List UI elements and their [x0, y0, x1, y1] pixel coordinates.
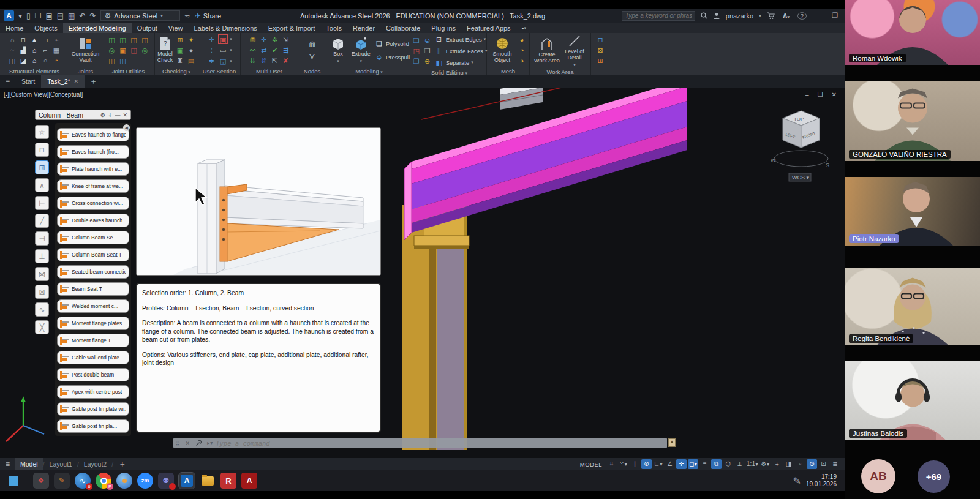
qat-customize-icon[interactable]: ≂ — [184, 12, 190, 20]
clash-check-icon[interactable]: ⊞ — [175, 35, 185, 45]
command-customize-icon[interactable] — [195, 440, 202, 446]
interfere-icon[interactable]: ❐ — [423, 46, 432, 56]
connection-vault-button[interactable]: Connection Vault — [71, 37, 100, 64]
mesh-crease-icon[interactable]: ◔ — [517, 45, 527, 55]
model-space-label[interactable]: MODEL — [580, 461, 602, 468]
category-base-plate-icon[interactable]: ⊣ — [35, 231, 49, 246]
taskbar-app-zoom[interactable]: zm — [137, 473, 153, 489]
section-slice-button[interactable]: ◱▾ — [218, 56, 232, 66]
signed-in-user[interactable]: pnazarko — [726, 12, 753, 20]
tab-collaborate[interactable]: Collaborate — [380, 23, 426, 33]
railing-icon[interactable]: ▦ — [51, 45, 61, 55]
tab-export-import[interactable]: Export & Import — [263, 23, 320, 33]
taskbar-app-r[interactable]: R — [221, 473, 236, 489]
category-splice-icon[interactable]: ⊢ — [35, 196, 49, 210]
copy-joint-icon[interactable]: ◫ — [118, 35, 128, 45]
overflow-participants-badge[interactable]: +69 — [918, 460, 950, 493]
extract-edges-button[interactable]: ⊡Extract Edges▾ — [434, 34, 488, 44]
palette-minimize-icon[interactable]: — — [115, 112, 120, 118]
palette-item[interactable]: Gable wall end plate — [57, 351, 129, 364]
palette-item[interactable]: Cross connection wi... — [57, 197, 129, 210]
audit-icon[interactable]: ● — [186, 45, 196, 55]
element-release-icon[interactable]: ✘ — [281, 56, 291, 66]
grid-toggle-icon[interactable]: ⌗ — [606, 459, 617, 469]
workspace-selector[interactable]: ⚙ Advance Steel ▾ — [100, 10, 180, 21]
folded-plate-icon[interactable]: ⌂ — [29, 45, 39, 55]
search-input[interactable] — [622, 11, 695, 21]
isolate-objects-icon[interactable]: ⊙ — [807, 459, 817, 469]
file-tab-menu-icon[interactable]: ≡ — [0, 77, 15, 86]
layout-menu-icon[interactable]: ≡ — [0, 460, 15, 468]
palette-item[interactable]: Moment flange plates — [57, 317, 129, 330]
recent-commands-icon[interactable]: ▸▾ — [205, 440, 216, 446]
tab-plug-ins[interactable]: Plug-ins — [426, 23, 461, 33]
taskbar-app-editor[interactable]: ✎ — [54, 473, 70, 489]
palette-item[interactable]: Plate haunch with e... — [57, 162, 129, 176]
level-of-detail-button[interactable]: Level of Detail▾ — [562, 34, 587, 67]
autodesk-app-icon[interactable]: A▾ — [780, 12, 792, 20]
command-close-icon[interactable]: ✕ — [183, 440, 194, 446]
recreate-joint-icon[interactable]: ◎ — [107, 45, 117, 55]
category-platform-icon[interactable]: ⊓ — [35, 143, 49, 157]
minimize-button[interactable]: — — [812, 12, 824, 20]
share-button[interactable]: ✈ Share — [195, 12, 221, 20]
element-sync-icon[interactable]: ⇶ — [281, 45, 291, 55]
tab-layout1[interactable]: Layout1 — [45, 458, 77, 470]
explode-joint-icon[interactable]: ◫ — [140, 35, 150, 45]
plot-icon[interactable]: ▦ — [68, 12, 75, 20]
category-diagonal-icon[interactable]: ╱ — [35, 214, 49, 228]
palette-close-icon[interactable]: ✕ — [123, 112, 127, 118]
video-tile-piotr[interactable]: Piotr Nazarko — [845, 177, 980, 246]
ring-icon[interactable]: ○ — [40, 56, 50, 66]
takeover-icon[interactable]: ⛃ — [248, 35, 258, 45]
curved-beam-icon[interactable]: ◫ — [7, 56, 17, 66]
center-of-gravity-icon[interactable]: ♜ — [175, 56, 185, 66]
palette-item[interactable]: Gable post fin pla... — [57, 419, 129, 433]
taskbar-app-explorer[interactable] — [200, 473, 216, 489]
joint-box-icon[interactable]: ▣ — [118, 45, 128, 55]
command-line[interactable]: ⣿ ✕ ▸▾ ▴ — [173, 438, 667, 448]
check-joint-icon[interactable]: ◎ — [140, 45, 150, 55]
tab-start[interactable]: Start — [15, 75, 41, 88]
tab-render[interactable]: Render — [347, 23, 380, 33]
save-icon[interactable]: ▣ — [45, 12, 52, 20]
polar-tracking-icon[interactable]: ∠ — [665, 459, 675, 469]
restore-button[interactable]: ❐ — [829, 12, 840, 20]
palette-pin-icon[interactable]: ↧ — [108, 112, 113, 118]
category-gusset-icon[interactable]: ⋈ — [35, 267, 49, 281]
create-work-area-button[interactable]: Create Work Area — [533, 37, 560, 64]
section-insert-icon[interactable]: ≑ — [206, 45, 216, 55]
annotation-monitor-icon[interactable]: ＋ — [772, 459, 782, 469]
snap-toggle-icon[interactable]: ⁙▾ — [618, 459, 628, 469]
dynamic-input-icon[interactable]: ⊘ — [641, 459, 652, 469]
video-tile-regita[interactable]: Regita Bendikienė — [845, 268, 980, 345]
video-tile-gonzalo[interactable]: GONZALO VALIÑO RIESTRA — [845, 81, 980, 161]
command-scroll-handle[interactable]: ▴ — [668, 438, 676, 447]
ucs-box-icon[interactable]: ⊟ — [595, 35, 605, 45]
beam-3d[interactable] — [404, 88, 687, 240]
section-polygon-button[interactable]: ▭▾ — [218, 45, 232, 55]
taskbar-app-chrome[interactable]: P — [96, 473, 111, 489]
category-favorites-icon[interactable]: ☆ — [35, 125, 49, 139]
subtract-icon[interactable]: ◳ — [412, 46, 421, 56]
joint-properties-icon[interactable]: ◫ — [107, 56, 117, 66]
command-input[interactable] — [216, 440, 667, 447]
palette-item[interactable]: Column Beam Se... — [57, 231, 129, 244]
palette-item[interactable]: Moment flange T — [57, 334, 129, 347]
new-file-icon[interactable]: ▯ — [26, 12, 31, 20]
ortho-toggle-icon[interactable]: ∟▾ — [653, 459, 663, 469]
taskbar-app-acrobat[interactable]: A — [241, 473, 257, 489]
palette-item[interactable]: Post double beam — [57, 368, 129, 381]
mesh-refine-icon[interactable]: ◕ — [517, 35, 527, 45]
redo-icon[interactable]: ↷ — [90, 12, 96, 20]
delete-joint-icon[interactable]: ◫ — [129, 45, 139, 55]
box-button[interactable]: Box▾ — [328, 37, 348, 64]
weight-icon[interactable]: ✦ — [186, 35, 196, 45]
tab-featured-apps[interactable]: Featured Apps — [461, 23, 516, 33]
video-tile-justinas[interactable]: Justinas Balodis — [845, 361, 980, 440]
palette-title-bar[interactable]: Column - Beam ⚙ ↧ — ✕ — [35, 110, 131, 120]
palette-item[interactable]: Eaves haunch to flange — [57, 128, 129, 141]
smooth-object-button[interactable]: Smooth Object — [489, 37, 515, 64]
section-update-icon[interactable]: ≑ — [206, 56, 216, 66]
category-column-beam-icon[interactable]: ⊞ — [35, 160, 49, 174]
